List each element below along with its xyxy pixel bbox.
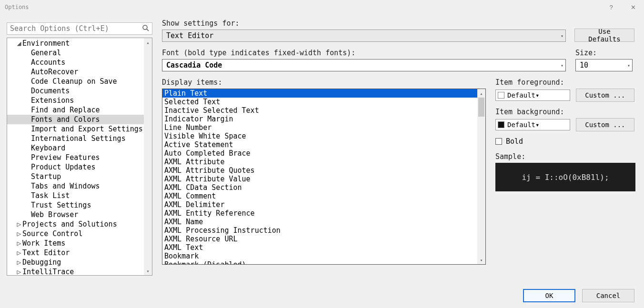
tree-item[interactable]: Extensions (7, 96, 152, 105)
display-item[interactable]: AXML Resource URL (162, 235, 485, 243)
settings-pane: Show settings for: Text Editor ▾ Use Def… (162, 19, 634, 279)
tree-item[interactable]: Preview Features (7, 153, 152, 162)
tree-item[interactable]: Product Updates (7, 162, 152, 172)
display-item[interactable]: AXML Attribute Value (162, 175, 485, 183)
tree-item[interactable]: Web Browser (7, 210, 152, 219)
display-item[interactable]: AXML Entity Reference (162, 209, 485, 218)
font-combo[interactable]: Cascadia Code ▾ (162, 59, 566, 71)
display-item[interactable]: Bookmark (Disabled) (162, 260, 485, 265)
display-item[interactable]: Selected Text (162, 98, 485, 106)
chevron-down-icon: ▾ (627, 63, 630, 68)
bg-custom-button[interactable]: Custom ... (576, 118, 634, 131)
show-settings-value: Text Editor (166, 31, 213, 40)
show-settings-label: Show settings for: (162, 19, 566, 28)
expand-icon[interactable]: ▷ (16, 258, 22, 267)
tree-item[interactable]: Documents (7, 86, 152, 96)
ok-button[interactable]: OK (523, 289, 575, 302)
tree-item-label: Work Items (22, 239, 65, 248)
tree-item[interactable]: ▷Source Control (7, 229, 152, 238)
display-item[interactable]: AXML Attribute Quotes (162, 166, 485, 175)
tree-scrollbar[interactable]: ▴ ▾ (144, 38, 152, 275)
tree-item[interactable]: ◢Environment (7, 39, 152, 48)
fg-value: Default (507, 91, 535, 99)
display-scrollbar[interactable]: ▴ ▾ (477, 89, 485, 264)
tree-item-label: Debugging (22, 258, 61, 267)
display-item[interactable]: Line Number (162, 123, 485, 132)
tree-item-label: AutoRecover (31, 68, 78, 76)
tree-item[interactable]: ▷Work Items (7, 238, 152, 248)
tree-item-label: Environment (22, 39, 70, 48)
scroll-up-icon[interactable]: ▴ (477, 89, 485, 98)
scroll-up-icon[interactable]: ▴ (144, 38, 152, 47)
display-item[interactable]: AXML CData Section (162, 183, 485, 192)
tree-item[interactable]: Accounts (7, 58, 152, 67)
display-item[interactable]: Active Statement (162, 140, 485, 149)
size-combo[interactable]: 10 ▾ (575, 59, 633, 71)
tree-item[interactable]: Import and Export Settings (7, 124, 152, 134)
size-label: Size: (575, 49, 633, 57)
help-icon[interactable]: ? (600, 0, 622, 14)
tree-item[interactable]: Startup (7, 172, 152, 181)
tree-item[interactable]: Keyboard (7, 143, 152, 153)
tree-item[interactable]: ▷Text Editor (7, 248, 152, 258)
tree-item[interactable]: Tabs and Windows (7, 181, 152, 191)
item-bg-combo[interactable]: Default ▾ (495, 119, 570, 130)
display-item[interactable]: Auto Completed Brace (162, 149, 485, 158)
tree-item[interactable]: International Settings (7, 134, 152, 143)
options-tree[interactable]: ◢EnvironmentGeneralAccountsAutoRecoverCo… (7, 38, 152, 276)
display-item[interactable]: AXML Comment (162, 192, 485, 200)
expand-icon[interactable]: ▷ (16, 238, 22, 248)
display-item[interactable]: AXML Delimiter (162, 200, 485, 209)
tree-item[interactable]: Fonts and Colors (7, 115, 152, 124)
display-item[interactable]: Visible White Space (162, 132, 485, 140)
display-items-list[interactable]: Plain TextSelected TextInactive Selected… (162, 89, 486, 265)
search-wrap (7, 22, 152, 35)
cancel-button[interactable]: Cancel (582, 289, 634, 302)
display-item[interactable]: Indicator Margin (162, 115, 485, 123)
show-settings-combo[interactable]: Text Editor ▾ (162, 30, 566, 42)
bold-checkbox-row[interactable]: Bold (495, 137, 634, 146)
scroll-down-icon[interactable]: ▾ (477, 256, 485, 264)
tree-item-label: Startup (31, 172, 61, 181)
tree-item-label: Trust Settings (31, 201, 91, 209)
scroll-thumb[interactable] (478, 98, 484, 117)
display-item[interactable]: Inactive Selected Text (162, 106, 485, 115)
use-defaults-button[interactable]: Use Defaults (574, 29, 634, 42)
chevron-down-icon: ▾ (561, 33, 564, 39)
titlebar: Options ? ✕ (0, 0, 644, 14)
bold-checkbox[interactable] (495, 138, 502, 145)
tree-item[interactable]: Find and Replace (7, 105, 152, 115)
tree-item[interactable]: ▷Debugging (7, 258, 152, 267)
display-item[interactable]: AXML Processing Instruction (162, 226, 485, 235)
item-fg-combo[interactable]: Default ▾ (495, 89, 570, 101)
tree-item[interactable]: ▷Projects and Solutions (7, 219, 152, 229)
tree-item[interactable]: Task List (7, 191, 152, 200)
size-value: 10 (580, 61, 588, 70)
tree-item-label: Documents (31, 87, 70, 95)
expand-icon[interactable]: ▷ (16, 229, 22, 238)
scroll-down-icon[interactable]: ▾ (144, 267, 152, 275)
tree-item-label: Projects and Solutions (22, 220, 117, 229)
close-icon[interactable]: ✕ (622, 0, 644, 14)
expand-icon[interactable]: ◢ (16, 39, 22, 48)
search-icon[interactable] (142, 24, 150, 33)
tree-item[interactable]: General (7, 48, 152, 58)
expand-icon[interactable]: ▷ (16, 248, 22, 258)
display-item[interactable]: AXML Attribute (162, 158, 485, 166)
tree-item[interactable]: Code Cleanup on Save (7, 77, 152, 86)
tree-item[interactable]: AutoRecover (7, 67, 152, 77)
display-item[interactable]: Plain Text (162, 89, 485, 98)
tree-item[interactable]: Trust Settings (7, 200, 152, 210)
tree-item[interactable]: ▷IntelliTrace (7, 267, 152, 276)
search-input[interactable] (7, 22, 152, 35)
display-item[interactable]: Bookmark (162, 252, 485, 260)
dialog-footer: OK Cancel (523, 289, 634, 302)
display-item[interactable]: AXML Name (162, 218, 485, 226)
fg-custom-button[interactable]: Custom ... (576, 89, 634, 102)
font-label: Font (bold type indicates fixed-width fo… (162, 49, 566, 57)
display-item[interactable]: AXML Text (162, 243, 485, 252)
tree-item-label: Accounts (31, 58, 65, 67)
expand-icon[interactable]: ▷ (16, 267, 22, 276)
tree-item-label: Source Control (22, 229, 82, 238)
expand-icon[interactable]: ▷ (16, 219, 22, 229)
